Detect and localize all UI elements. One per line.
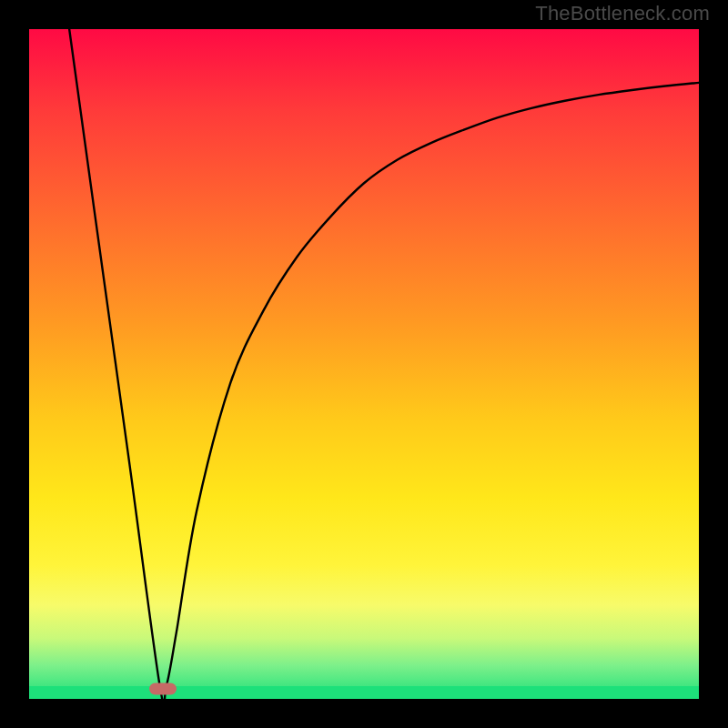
chart-frame: TheBottleneck.com bbox=[0, 0, 728, 728]
plot-area bbox=[29, 29, 699, 699]
optimal-point-marker bbox=[149, 682, 177, 694]
watermark-text: TheBottleneck.com bbox=[535, 2, 710, 25]
bottleneck-curve bbox=[29, 29, 699, 699]
